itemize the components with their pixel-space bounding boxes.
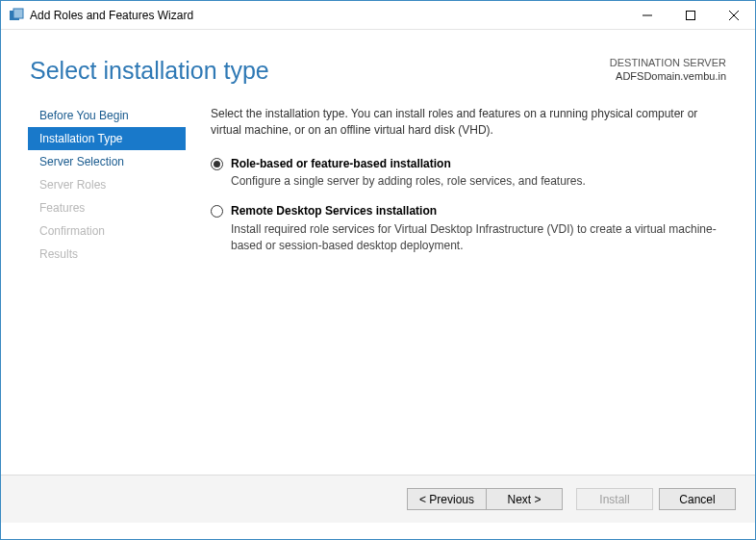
- header: Select installation type DESTINATION SER…: [1, 30, 755, 94]
- install-button: Install: [576, 488, 653, 510]
- sidebar: Before You Begin Installation Type Serve…: [1, 104, 193, 475]
- destination-label: DESTINATION SERVER: [610, 57, 726, 68]
- sidebar-item-confirmation: Confirmation: [28, 219, 186, 243]
- option-title: Role-based or feature-based installation: [231, 156, 726, 172]
- svg-rect-3: [686, 11, 694, 19]
- content-panel: Select the installation type. You can in…: [193, 104, 755, 475]
- page-title: Select installation type: [30, 57, 269, 85]
- window-title: Add Roles and Features Wizard: [30, 9, 625, 22]
- sidebar-item-installation-type[interactable]: Installation Type: [28, 127, 186, 150]
- sidebar-item-results: Results: [28, 243, 186, 266]
- option-desc: Install required role services for Virtu…: [231, 221, 726, 254]
- option-title: Remote Desktop Services installation: [231, 203, 726, 219]
- app-icon: [9, 8, 24, 23]
- close-button[interactable]: [712, 1, 755, 29]
- footer: < Previous Next > Install Cancel: [1, 475, 755, 523]
- sidebar-item-server-roles: Server Roles: [28, 173, 186, 196]
- radio-remote-desktop[interactable]: [211, 205, 223, 218]
- window-controls: [625, 1, 755, 29]
- radio-role-based[interactable]: [211, 158, 223, 170]
- sidebar-item-before-you-begin[interactable]: Before You Begin: [28, 104, 186, 127]
- intro-text: Select the installation type. You can in…: [211, 106, 726, 139]
- cancel-button[interactable]: Cancel: [659, 488, 736, 510]
- svg-rect-1: [13, 9, 23, 18]
- titlebar: Add Roles and Features Wizard: [1, 1, 755, 30]
- previous-button[interactable]: < Previous: [407, 488, 486, 510]
- body: Before You Begin Installation Type Serve…: [1, 94, 755, 475]
- minimize-button[interactable]: [625, 1, 668, 29]
- destination-block: DESTINATION SERVER ADFSDomain.vembu.in: [610, 57, 726, 82]
- nav-button-pair: < Previous Next >: [407, 488, 563, 510]
- destination-server: ADFSDomain.vembu.in: [610, 70, 726, 82]
- option-role-based[interactable]: Role-based or feature-based installation…: [211, 156, 726, 191]
- maximize-button[interactable]: [668, 1, 712, 29]
- option-text: Role-based or feature-based installation…: [231, 156, 726, 191]
- sidebar-item-features: Features: [28, 196, 186, 219]
- next-button[interactable]: Next >: [486, 488, 563, 510]
- option-text: Remote Desktop Services installation Ins…: [231, 203, 726, 253]
- option-remote-desktop[interactable]: Remote Desktop Services installation Ins…: [211, 203, 726, 253]
- option-desc: Configure a single server by adding role…: [231, 173, 726, 190]
- sidebar-item-server-selection[interactable]: Server Selection: [28, 150, 186, 173]
